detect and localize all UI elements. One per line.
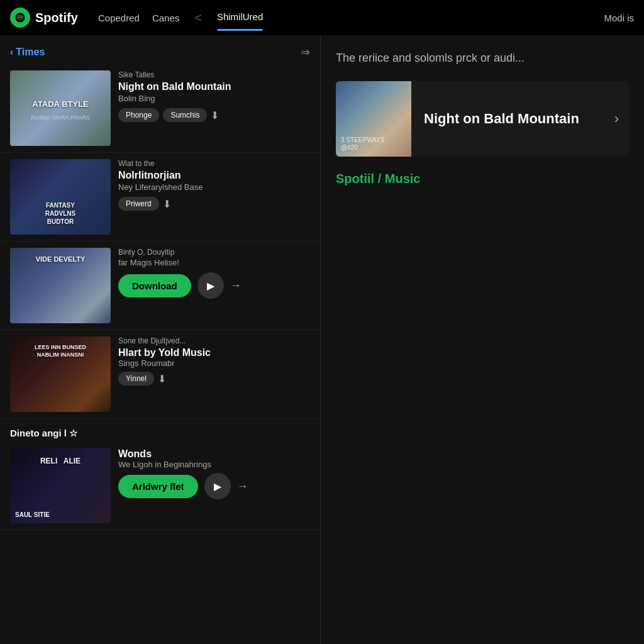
back-chevron-icon: ‹	[10, 47, 13, 58]
arrow-button-3[interactable]: →	[230, 279, 242, 292]
album-art-title-4: LEES INN BUNSEDNABLIM INANSNI	[14, 340, 107, 362]
spotify-logo-icon	[10, 8, 30, 28]
tag-priwerd[interactable]: Priwerd	[118, 197, 159, 211]
album-art-title-2: FANTASYRADVLNSBUDTOR	[15, 197, 106, 230]
album-art-sub-1: Rodder: MARA PRARS	[31, 114, 90, 121]
tag-phonge[interactable]: Phonge	[118, 108, 159, 122]
logo-area: Spotify	[10, 8, 86, 28]
album-art-1: ATADA BTYLE Rodder: MARA PRARS	[10, 70, 111, 146]
track-artist-2: Ney Liferaryished Base	[118, 182, 310, 192]
track-category-1: Sike Talles	[118, 70, 310, 79]
album-art-4: LEES INN BUNSEDNABLIM INANSNI	[10, 336, 111, 412]
track-title-1: Night on Bald Mountain	[118, 80, 310, 92]
list-item: LEES INN BUNSEDNABLIM INANSNI Sone the D…	[0, 330, 320, 419]
section-label-dineto: Dineto angi l ☆	[0, 419, 320, 441]
album-art-6: RELI ALIE SAUL SITIE	[10, 448, 111, 523]
download-icon-1[interactable]: ⬇	[211, 109, 219, 121]
breadcrumb-label: Times	[16, 47, 45, 58]
left-panel: ‹ Times ⇒ ATADA BTYLE Rodder: MARA PRARS…	[0, 35, 321, 644]
track-actions-6: Arldwry flet ▶ →	[118, 473, 310, 499]
album-art-3: VIDE DEVELTY	[10, 248, 111, 323]
tag-sumchis[interactable]: Sumchis	[163, 108, 207, 122]
album-art-title-3: VIDE DEVELTY	[14, 252, 107, 267]
breadcrumb-forward-icon[interactable]: ⇒	[301, 45, 310, 59]
featured-thumb: 3 STEEPWAYS@#20	[336, 81, 411, 157]
track-info-4: Sone the Djultjved... Hlart by Yold Musi…	[118, 336, 310, 388]
track-category-2: Wiat to the	[118, 159, 310, 168]
track-subtitle-3: far Magis Helise!	[118, 258, 310, 267]
track-extra-artist-4: Sings Roumabr	[118, 358, 310, 368]
list-item: FANTASYRADVLNSBUDTOR Wiat to the Nolrlit…	[0, 153, 320, 242]
main-layout: ‹ Times ⇒ ATADA BTYLE Rodder: MARA PRARS…	[0, 35, 644, 644]
download-icon-2[interactable]: ⬇	[163, 198, 171, 210]
play-button-3[interactable]: ▶	[197, 272, 224, 299]
spotify-logo-text: Spotify	[35, 11, 78, 25]
featured-thumb-text: 3 STEEPWAYS@#20	[341, 136, 384, 152]
album-art-sub-6: SAUL SITIE	[15, 511, 106, 518]
track-info-6: Wonds We Ligoh in Beginahrings Arldwry f…	[118, 448, 310, 499]
nav-tab-shimulured[interactable]: ShimilUred	[217, 11, 263, 25]
right-subtitle: The reriice and solomls prck or audi...	[336, 50, 629, 66]
album-art-2: FANTASYRADVLNSBUDTOR	[10, 159, 111, 235]
breadcrumb-row: ‹ Times ⇒	[0, 35, 320, 64]
track-extra-title-6: Wonds	[118, 448, 310, 460]
right-panel: The reriice and solomls prck or audi... …	[321, 35, 644, 644]
track-extra-label-4: Sone the Djultjved...	[118, 336, 310, 345]
track-info-3: Binty O, Douyltip far Magis Helise! Down…	[118, 248, 310, 299]
download-button-3[interactable]: Download	[118, 274, 191, 297]
nav-separator: <	[194, 11, 202, 25]
track-tags-1: Phonge Sumchis ⬇	[118, 108, 310, 122]
track-title-2: Nolrlitnorjian	[118, 169, 310, 181]
play-icon: ▶	[207, 280, 214, 292]
featured-card[interactable]: 3 STEEPWAYS@#20 Night on Bald Mountain ›	[336, 81, 629, 157]
track-actions-3: Download ▶ →	[118, 272, 310, 299]
play-button-6[interactable]: ▶	[204, 473, 231, 499]
play-icon-6: ▶	[214, 480, 221, 492]
nav-link-copedred[interactable]: Copedred	[98, 13, 140, 23]
track-extra-artist-6: We Ligoh in Beginahrings	[118, 460, 310, 469]
spotify-music-link[interactable]: Spotiil / Music	[336, 172, 629, 186]
track-info-2: Wiat to the Nolrlitnorjian Ney Liferaryi…	[118, 159, 310, 213]
list-item: VIDE DEVELTY Binty O, Douyltip far Magis…	[0, 242, 320, 330]
track-info-1: Sike Talles Night on Bald Mountain Bolin…	[118, 70, 310, 125]
track-extra-title-4: Hlart by Yold Music	[118, 347, 310, 358]
nav-link-modis[interactable]: Modi is	[604, 13, 634, 23]
list-item: ATADA BTYLE Rodder: MARA PRARS Sike Tall…	[0, 64, 320, 153]
featured-title: Night on Bald Mountain	[424, 111, 602, 127]
breadcrumb-back-button[interactable]: ‹ Times	[10, 47, 45, 58]
tag-yinnel[interactable]: Yinnel	[118, 372, 154, 386]
download-icon-4[interactable]: ⬇	[158, 373, 166, 385]
track-tags-4: Yinnel ⬇	[118, 372, 310, 386]
download-button-6[interactable]: Arldwry flet	[118, 475, 198, 498]
featured-chevron-icon: ›	[614, 111, 629, 127]
top-navigation: Spotify Copedred Canes < ShimilUred Modi…	[0, 0, 644, 35]
album-art-title-6: RELI ALIE	[15, 453, 106, 469]
track-artist-1: Bolin Bing	[118, 94, 310, 103]
track-tags-2: Priwerd ⬇	[118, 197, 310, 211]
featured-info: Night on Bald Mountain	[411, 111, 614, 127]
track-category-3: Binty O, Douyltip	[118, 248, 310, 257]
list-item: RELI ALIE SAUL SITIE Wonds We Ligoh in B…	[0, 441, 320, 530]
nav-link-canes[interactable]: Canes	[152, 13, 179, 23]
arrow-button-6[interactable]: →	[237, 480, 248, 493]
album-art-title-1: ATADA BTYLE	[28, 96, 92, 113]
